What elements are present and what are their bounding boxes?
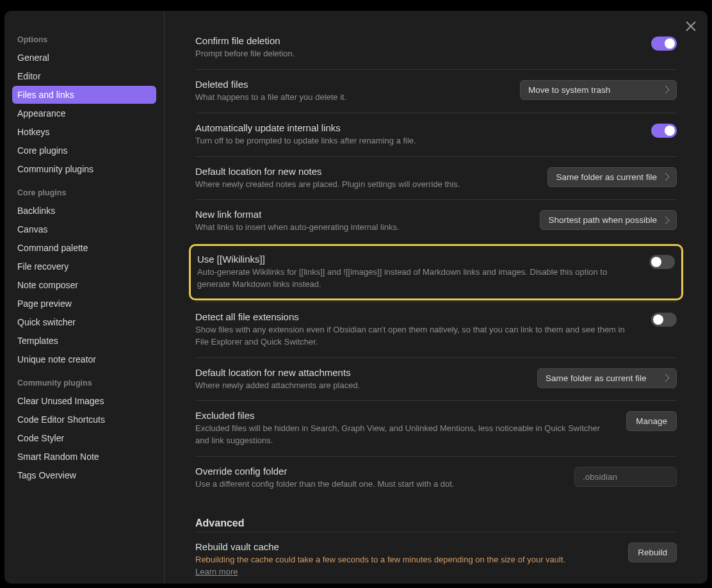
setting-title: Default location for new attachments <box>195 367 522 378</box>
setting-auto-update-links: Automatically update internal links Turn… <box>195 113 677 156</box>
rebuild-warning: Rebuilding the cache could take a few se… <box>195 555 565 564</box>
setting-wikilinks: Use [[Wikilinks]] Auto-generate Wikilink… <box>189 244 683 300</box>
settings-modal: Options General Editor Files and links A… <box>4 11 708 584</box>
nav-smart-random[interactable]: Smart Random Note <box>12 448 156 466</box>
setting-title: Rebuild vault cache <box>195 541 613 552</box>
confirm-delete-toggle[interactable] <box>651 37 677 51</box>
setting-desc: Prompt before file deletion. <box>195 48 636 60</box>
setting-override-config: Override config folder Use a different c… <box>195 456 677 500</box>
wikilinks-toggle[interactable] <box>649 255 675 269</box>
nav-tags-overview[interactable]: Tags Overview <box>12 466 156 484</box>
config-folder-input[interactable]: .obsidian <box>574 467 677 487</box>
setting-desc: Show files with any extension even if Ob… <box>195 324 636 348</box>
nav-core-plugins[interactable]: Core plugins <box>12 142 156 159</box>
setting-rebuild-cache: Rebuild vault cache Rebuilding the cache… <box>195 532 677 584</box>
attachment-location-select[interactable]: Same folder as current file <box>537 368 677 388</box>
nav-community-plugins[interactable]: Community plugins <box>12 160 156 178</box>
setting-desc: What happens to a file after you delete … <box>195 92 505 104</box>
auto-update-toggle[interactable] <box>651 124 677 138</box>
nav-code-shortcuts[interactable]: Code Editor Shortcuts <box>12 411 156 429</box>
setting-confirm-delete: Confirm file deletion Prompt before file… <box>195 35 677 69</box>
nav-backlinks[interactable]: Backlinks <box>12 202 156 220</box>
setting-title: Detect all file extensions <box>195 311 636 322</box>
nav-editor[interactable]: Editor <box>12 67 156 85</box>
manage-button[interactable]: Manage <box>626 411 677 431</box>
setting-link-format: New link format What links to insert whe… <box>195 199 677 243</box>
learn-more-link[interactable]: Learn more <box>195 567 238 576</box>
section-header-options: Options <box>12 31 156 48</box>
setting-desc: Use a different config folder than the d… <box>195 478 559 491</box>
setting-desc: What links to insert when auto-generatin… <box>195 222 524 234</box>
nav-note-composer[interactable]: Note composer <box>12 276 156 294</box>
setting-attachment-location: Default location for new attachments Whe… <box>195 357 677 401</box>
setting-note-location: Default location for new notes Where new… <box>195 156 677 200</box>
nav-unique-note[interactable]: Unique note creator <box>12 350 156 368</box>
nav-quick-switcher[interactable]: Quick switcher <box>12 313 156 331</box>
nav-general[interactable]: General <box>12 49 156 67</box>
nav-clear-unused[interactable]: Clear Unused Images <box>12 392 156 410</box>
setting-desc: Where newly created notes are placed. Pl… <box>195 179 532 191</box>
nav-templates[interactable]: Templates <box>12 332 156 350</box>
detect-ext-toggle[interactable] <box>651 313 677 327</box>
nav-files-links[interactable]: Files and links <box>12 86 156 104</box>
setting-title: Deleted files <box>195 79 505 90</box>
setting-title: Override config folder <box>195 466 559 477</box>
section-header-community: Community plugins <box>12 375 156 391</box>
rebuild-button[interactable]: Rebuild <box>628 543 677 562</box>
setting-title: Default location for new notes <box>195 166 532 177</box>
close-button[interactable] <box>683 19 699 34</box>
setting-excluded-files: Excluded files Excluded files will be hi… <box>195 400 677 456</box>
setting-title: Excluded files <box>195 410 611 421</box>
setting-desc: Turn off to be prompted to update links … <box>195 135 636 147</box>
nav-hotkeys[interactable]: Hotkeys <box>12 123 156 141</box>
deleted-files-select[interactable]: Move to system trash <box>520 80 677 100</box>
nav-page-preview[interactable]: Page preview <box>12 295 156 313</box>
setting-title: New link format <box>195 209 524 220</box>
nav-code-styler[interactable]: Code Styler <box>12 429 156 447</box>
nav-file-recovery[interactable]: File recovery <box>12 257 156 275</box>
nav-canvas[interactable]: Canvas <box>12 220 156 238</box>
setting-title: Confirm file deletion <box>195 35 636 46</box>
setting-title: Use [[Wikilinks]] <box>197 254 634 265</box>
settings-content: Confirm file deletion Prompt before file… <box>165 11 708 584</box>
setting-deleted-files: Deleted files What happens to a file aft… <box>195 69 677 113</box>
nav-appearance[interactable]: Appearance <box>12 104 156 122</box>
setting-title: Automatically update internal links <box>195 122 636 133</box>
setting-desc: Excluded files will be hidden in Search,… <box>195 423 611 447</box>
link-format-select[interactable]: Shortest path when possible <box>540 210 677 230</box>
settings-sidebar: Options General Editor Files and links A… <box>4 11 165 584</box>
setting-desc: Where newly added attachments are placed… <box>195 380 522 392</box>
setting-desc: Auto-generate Wikilinks for [[links]] an… <box>197 266 634 291</box>
note-location-select[interactable]: Same folder as current file <box>547 167 677 187</box>
section-header-core: Core plugins <box>12 184 156 201</box>
nav-command-palette[interactable]: Command palette <box>12 239 156 257</box>
advanced-heading: Advanced <box>195 500 677 532</box>
setting-detect-extensions: Detect all file extensions Show files wi… <box>195 302 677 357</box>
